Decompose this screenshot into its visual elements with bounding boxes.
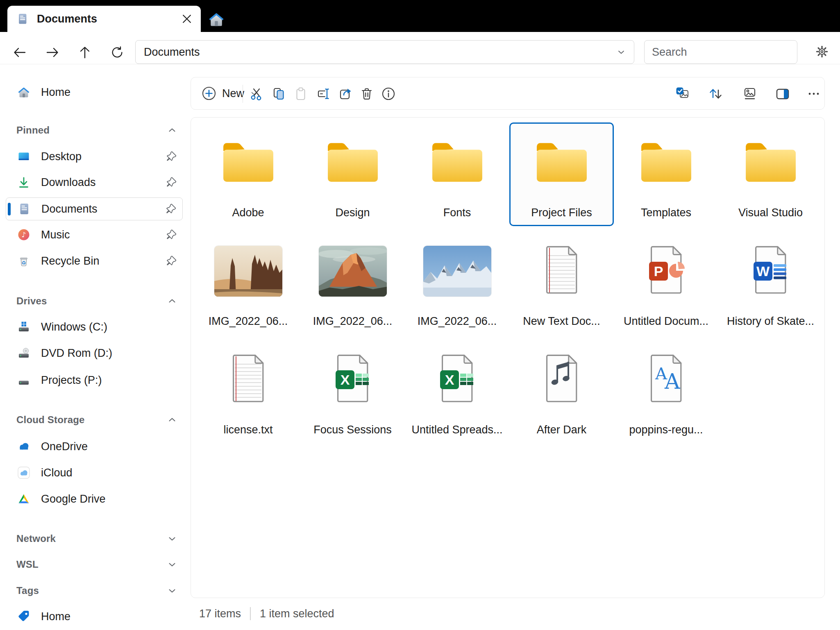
search-input[interactable] [652, 46, 797, 59]
paste-button[interactable] [293, 86, 309, 102]
pin-icon[interactable] [166, 256, 177, 266]
sidebar-item-label: Desktop [41, 150, 156, 163]
tab-documents[interactable]: Documents [7, 6, 201, 32]
file-tile-after-dark[interactable]: After Dark [509, 340, 614, 443]
file-tile-untitled-spreadsheet[interactable]: Untitled Spreads... [405, 340, 509, 443]
file-tile-design[interactable]: Design [300, 122, 405, 226]
copy-button[interactable] [270, 86, 287, 102]
file-name: poppins-regu... [629, 424, 703, 436]
pin-icon[interactable] [166, 151, 177, 162]
sidebar-item-home[interactable]: Home [6, 81, 183, 104]
tab-title: Documents [37, 13, 171, 25]
new-tab-home-button[interactable] [207, 10, 226, 29]
photo-thumbnail [319, 246, 387, 297]
file-tile-license-txt[interactable]: license.txt [196, 340, 300, 443]
pin-icon[interactable] [166, 229, 177, 240]
file-explorer-window: Documents [0, 0, 840, 630]
back-button[interactable] [10, 43, 30, 62]
arrow-left-icon [12, 45, 27, 60]
refresh-button[interactable] [107, 43, 127, 62]
sidebar-item-tag-home[interactable]: Home [6, 605, 183, 628]
home-icon [17, 86, 30, 99]
forward-button[interactable] [43, 43, 62, 62]
chevron-down-icon[interactable] [167, 560, 177, 569]
sidebar-item-desktop[interactable]: Desktop [6, 145, 183, 168]
cut-icon [249, 86, 264, 101]
share-icon [338, 86, 353, 101]
file-tile-focus-sessions[interactable]: Focus Sessions [300, 340, 405, 443]
address-input[interactable] [144, 46, 617, 59]
sidebar-section-wsl[interactable]: WSL [16, 555, 177, 573]
properties-button[interactable] [380, 86, 397, 102]
more-options-button[interactable] [806, 86, 822, 102]
sort-button[interactable] [707, 86, 724, 102]
file-name: Templates [641, 206, 691, 219]
file-tile-templates[interactable]: Templates [614, 122, 718, 226]
file-name: Adobe [232, 206, 264, 219]
up-button[interactable] [75, 43, 95, 62]
file-tile-img-sunset[interactable]: IMG_2022_06... [300, 231, 405, 335]
sidebar-item-music[interactable]: Music [6, 223, 183, 246]
file-tile-untitled-document[interactable]: Untitled Docum... [614, 231, 718, 335]
selection-count: 1 item selected [260, 607, 334, 620]
dvd-drive-icon [17, 347, 30, 360]
audio-file-icon [541, 353, 582, 406]
sidebar-item-label: Google Drive [41, 493, 177, 505]
plus-circle-icon [202, 86, 216, 101]
search-box[interactable] [644, 40, 797, 64]
music-icon [17, 228, 30, 241]
view-button[interactable] [742, 86, 758, 102]
sidebar-section-pinned[interactable]: Pinned [16, 121, 177, 139]
file-tile-adobe[interactable]: Adobe [196, 122, 300, 226]
chevron-up-icon[interactable] [167, 415, 177, 425]
file-name: New Text Doc... [523, 315, 600, 328]
file-tile-fonts[interactable]: Fonts [405, 122, 509, 226]
sidebar-item-projects-p[interactable]: Projects (P:) [6, 369, 183, 392]
rename-icon [316, 86, 331, 101]
chevron-up-icon[interactable] [167, 296, 177, 306]
icloud-icon [17, 466, 30, 479]
sidebar-section-drives[interactable]: Drives [16, 292, 177, 310]
file-tile-visual-studio[interactable]: Visual Studio [718, 122, 823, 226]
file-tile-history-of-skate[interactable]: History of Skate... [718, 231, 823, 335]
status-divider [250, 607, 251, 620]
file-name: Fonts [443, 206, 471, 219]
close-tab-icon[interactable] [179, 11, 194, 26]
chevron-down-icon[interactable] [617, 48, 626, 57]
pin-icon[interactable] [166, 177, 177, 188]
file-tile-project-files[interactable]: Project Files [509, 122, 614, 226]
sidebar-item-google-drive[interactable]: Google Drive [6, 487, 183, 510]
photo-thumbnail [214, 246, 282, 297]
file-tile-img-desert[interactable]: IMG_2022_06... [196, 231, 300, 335]
sidebar-section-cloud-storage[interactable]: Cloud Storage [16, 411, 177, 429]
details-pane-button[interactable] [774, 86, 791, 102]
sidebar-item-windows-c[interactable]: Windows (C:) [6, 315, 183, 338]
chevron-up-icon[interactable] [167, 125, 177, 135]
pin-icon[interactable] [166, 204, 177, 214]
desktop-icon [17, 150, 30, 163]
address-bar[interactable] [135, 40, 634, 64]
sidebar-section-tags[interactable]: Tags [16, 582, 177, 600]
file-name: Project Files [531, 206, 592, 219]
info-icon [381, 86, 396, 101]
rename-button[interactable] [315, 86, 331, 102]
file-tile-poppins-regular[interactable]: poppins-regu... [614, 340, 718, 443]
sidebar-section-network[interactable]: Network [16, 530, 177, 548]
sidebar-item-icloud[interactable]: iCloud [6, 461, 183, 484]
share-button[interactable] [337, 86, 354, 102]
delete-button[interactable] [359, 86, 375, 102]
excel-file-icon [332, 353, 373, 406]
sidebar-item-downloads[interactable]: Downloads [6, 171, 183, 194]
cut-button[interactable] [248, 86, 265, 102]
settings-button[interactable] [811, 41, 833, 62]
sidebar-item-dvd-rom[interactable]: DVD Rom (D:) [6, 342, 183, 365]
sidebar-item-recycle-bin[interactable]: Recycle Bin [6, 249, 183, 272]
file-tile-img-snow[interactable]: IMG_2022_06... [405, 231, 509, 335]
sidebar-item-onedrive[interactable]: OneDrive [6, 435, 183, 458]
chevron-down-icon[interactable] [167, 586, 177, 596]
copy-icon [271, 86, 286, 101]
file-tile-new-text-doc[interactable]: New Text Doc... [509, 231, 614, 335]
sidebar-item-documents[interactable]: Documents [6, 197, 183, 220]
chevron-down-icon[interactable] [167, 534, 177, 544]
select-button[interactable] [674, 86, 691, 102]
